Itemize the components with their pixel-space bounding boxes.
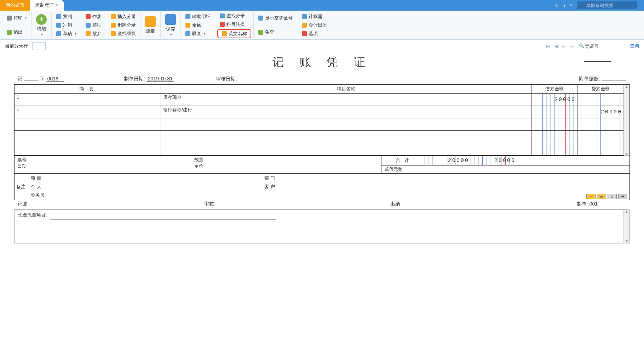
cashflow-scrollbar[interactable]: ▲ ▼ [623,210,629,243]
insert-entry-button[interactable]: 插入分录 [108,13,138,21]
offset-button[interactable]: 冲销 [54,21,79,29]
tab-voucher[interactable]: 填制凭证 × [30,0,64,11]
cashflow-input[interactable] [50,212,276,220]
english-name-highlight: 英文名称 [217,29,251,38]
ticket-no-label: 票号 [17,157,194,163]
void-button[interactable]: 作废 [83,13,104,21]
voucher-panel: 记 账 凭 证 记 字 0016 制单日期: 2019.10.31 审核日期: … [0,52,644,243]
draft-button[interactable]: 草稿 [54,30,79,38]
search-icon: 🔍 [579,43,585,49]
signature-row: 记账 审核 出纳 制单 001 [14,200,630,208]
close-icon[interactable]: × [56,3,58,8]
dropdown-icon[interactable]: ▾ [563,3,566,8]
date-label: 日期 [17,163,194,169]
attachments-field[interactable] [602,80,626,80]
voucher-header: 记 字 0016 制单日期: 2019.10.31 审核日期: 附单据数: [14,74,630,84]
debit-cell[interactable] [531,106,577,118]
debit-cell[interactable] [531,131,577,143]
person-label: 个 人 [31,184,264,190]
nav-next-icon[interactable]: ▶ [561,43,567,50]
current-entry-input[interactable] [32,42,46,50]
sig-cashier: 出纳 [390,201,577,207]
grid-scrollbar[interactable]: ▲ ▼ [623,85,629,156]
col-summary-header: 摘 要 [15,85,161,93]
nav-last-icon[interactable]: ⏭ [568,43,575,50]
acct-calendar-button[interactable]: 会计日历 [299,21,329,29]
save-button[interactable]: 保存 [163,13,178,37]
salesman-label: 业务员 [31,192,264,198]
price-label: 单价 [194,163,203,169]
smile-icon[interactable]: ☺ [554,3,559,8]
table-row [15,143,623,156]
aux-detail-button[interactable]: 辅助明细 [183,13,213,21]
project-label: 项 目 [31,175,264,181]
show-empty-button[interactable]: 显示空凭证号 [256,14,295,22]
scroll-down-icon[interactable]: ▼ [624,239,629,243]
debit-cell[interactable] [531,118,577,130]
nav-prev-icon[interactable]: ◀ [553,43,559,50]
debit-cell[interactable] [531,143,577,155]
summary-cell[interactable] [15,118,161,130]
delete-entry-button[interactable]: 删除分录 [108,21,138,29]
remark-label: 备注 [15,174,27,200]
account-cell[interactable] [161,131,531,143]
find-entry-button[interactable]: 查找分录 [217,12,251,20]
mini-btn-1[interactable]: ≡ [586,194,596,199]
voucher-number[interactable]: 0016 [46,76,64,82]
tidy-button[interactable]: 整理 [83,21,104,29]
credit-cell[interactable] [577,118,623,130]
table-row [15,118,623,131]
add-button[interactable]: +增加 [34,13,49,37]
sig-bookkeep: 记账 [18,201,204,207]
output-button[interactable]: 输出 [4,28,29,36]
cashflow-panel: 现金流量项目: ▲ ▼ [14,209,630,243]
account-cell[interactable] [161,143,531,155]
audit-doc-button[interactable]: 备查 [256,28,295,36]
abandon-button[interactable]: 放弃 [83,30,104,38]
col-debit-header: 借方金额 [531,85,577,93]
help-icon[interactable]: ? [570,3,573,8]
table-row: 1 库存现金 20000 [15,94,623,106]
voucher-grid: 摘 要 科目名称 借方金额 贷方金额 1 库存现金 20000 1 银行存款/建… [14,84,630,156]
account-cell[interactable] [161,118,531,130]
credit-cell[interactable] [577,143,623,155]
debit-cell[interactable]: 20000 [531,94,577,106]
qty-label: 数量 [194,157,203,163]
account-cell[interactable]: 库存现金 [161,94,531,106]
options-button[interactable]: 选项 [299,30,329,38]
table-row [15,131,623,143]
query-link[interactable]: 查询 [630,43,639,49]
credit-cell[interactable] [577,131,623,143]
scroll-down-icon[interactable]: ▼ [624,152,629,156]
make-date-field[interactable]: 2019.10.31 [146,76,174,82]
mini-btn-2[interactable]: ▭ [597,194,606,199]
find-replace-button[interactable]: 查找替换 [108,30,138,38]
mini-toolbar: ≡ ▭ ⊡ ⬒ [586,194,627,199]
balance-button[interactable]: 余额 [183,21,213,29]
flow-button[interactable]: 流量 [143,15,158,35]
credit-cell[interactable] [577,94,623,106]
mini-btn-4[interactable]: ⬒ [618,194,627,199]
linked-query-button[interactable]: 联查 [183,30,213,38]
summary-cell[interactable]: 1 [15,106,161,118]
total-label: 合 计 [381,156,425,165]
scroll-up-icon[interactable]: ▲ [624,210,629,214]
summary-cell[interactable] [15,131,161,143]
ribbon-toolbar: 打印 输出 +增加 复制 冲销 草稿 作废 整理 放弃 插入分录 删除分录 查找… [0,11,644,40]
calculator-button[interactable]: 计算器 [299,13,329,21]
acct-convert-button[interactable]: 科目转换 [217,21,251,28]
top-tab-bar: 我的桌面 填制凭证 × ☺ ▾ ? 🔍 [0,0,644,11]
copy-button[interactable]: 复制 [54,13,79,21]
barcode-search-input[interactable] [577,1,637,9]
mini-btn-3[interactable]: ⊡ [608,194,617,199]
english-name-button[interactable]: 英文名称 [219,30,249,38]
credit-cell[interactable]: 20000 [577,106,623,118]
tab-desktop[interactable]: 我的桌面 [0,0,30,11]
print-button[interactable]: 打印 [4,14,29,22]
account-cell[interactable]: 银行存款/建行 [161,106,531,118]
summary-cell[interactable]: 1 [15,94,161,106]
nav-first-icon[interactable]: ⏮ [545,43,552,50]
summary-cell[interactable] [15,143,161,155]
customer-label: 客 户 [264,184,275,190]
scroll-up-icon[interactable]: ▲ [624,85,629,89]
